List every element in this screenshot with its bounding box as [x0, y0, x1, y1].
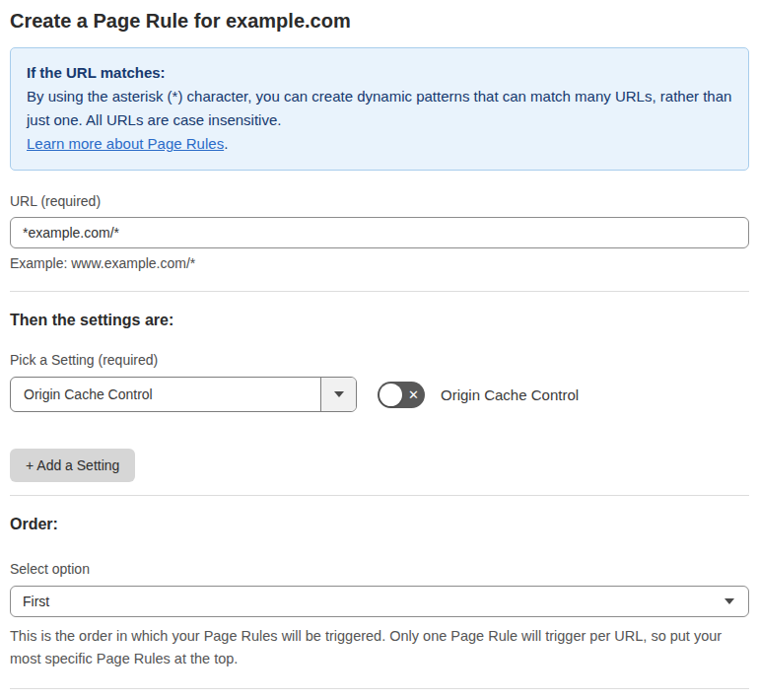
divider	[10, 291, 749, 292]
settings-section-heading: Then the settings are:	[10, 312, 749, 329]
add-setting-button[interactable]: + Add a Setting	[10, 449, 135, 482]
order-section-heading: Order:	[10, 516, 749, 533]
order-help-text: This is the order in which your Page Rul…	[10, 625, 749, 670]
toggle-caption: Origin Cache Control	[441, 386, 579, 403]
divider	[10, 688, 749, 689]
order-select[interactable]: First	[10, 586, 749, 617]
setting-select[interactable]: Origin Cache Control	[10, 377, 357, 412]
setting-picker-label: Pick a Setting (required)	[10, 352, 749, 368]
x-icon: ✕	[408, 382, 419, 408]
url-input[interactable]	[10, 217, 749, 248]
caret-down-icon	[334, 391, 344, 397]
learn-more-link[interactable]: Learn more about Page Rules	[27, 135, 224, 152]
info-box-heading: If the URL matches:	[27, 61, 732, 85]
url-example-text: Example: www.example.com/*	[10, 255, 749, 271]
page-title: Create a Page Rule for example.com	[10, 10, 749, 33]
divider	[10, 495, 749, 496]
info-box-body: By using the asterisk (*) character, you…	[27, 85, 732, 132]
origin-cache-control-toggle[interactable]: ✕	[378, 382, 425, 408]
setting-select-value: Origin Cache Control	[11, 378, 320, 411]
url-match-info-box: If the URL matches: By using the asteris…	[10, 47, 749, 171]
setting-select-caret-button[interactable]	[320, 378, 356, 411]
url-field-label: URL (required)	[10, 193, 749, 209]
order-select-value: First	[23, 594, 49, 609]
info-box-link-line: Learn more about Page Rules.	[27, 132, 732, 156]
order-select-label: Select option	[10, 561, 749, 577]
link-period: .	[224, 135, 228, 152]
setting-picker-row: Origin Cache Control ✕ Origin Cache Cont…	[10, 377, 749, 412]
caret-down-icon	[724, 598, 734, 604]
toggle-knob	[380, 384, 402, 406]
